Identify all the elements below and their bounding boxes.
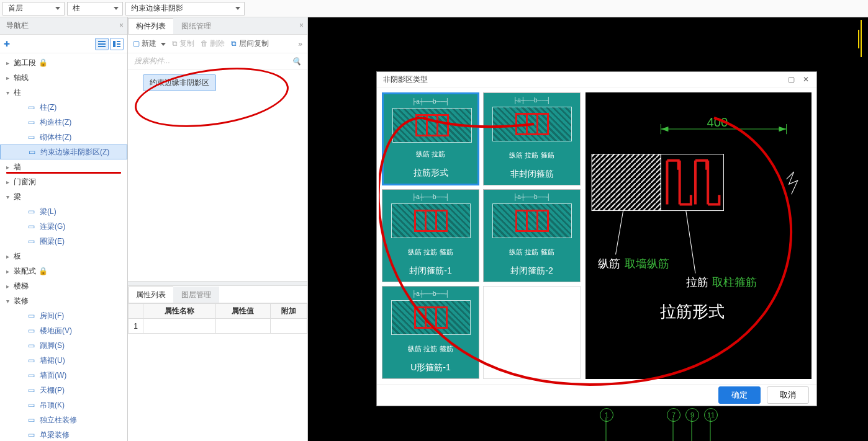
tree-child-label: 独立柱装修 — [40, 415, 77, 425]
type-thumbnail[interactable]: ├a┼──b──┤纵筋 拉筋 箍筋U形箍筋-1 — [382, 286, 479, 379]
tree-child[interactable]: ▭独立柱装修 — [0, 412, 127, 427]
ok-button[interactable]: 确定 — [718, 386, 761, 404]
new-button[interactable]: ▢ 新建 — [133, 38, 166, 49]
tree-child[interactable]: ▭墙面(W) — [0, 368, 127, 383]
component-item[interactable]: 约束边缘非阴影区 — [143, 74, 216, 91]
expand-icon: ▸ — [6, 283, 14, 290]
svg-marker-8 — [661, 127, 668, 131]
tree-node[interactable]: ▸装配式 🔒 — [0, 264, 127, 278]
tree-child-label: 墙裙(U) — [40, 355, 65, 366]
detail-view-toggle[interactable] — [110, 38, 124, 50]
tree-child[interactable]: ▭墙裙(U) — [0, 353, 127, 368]
close-icon[interactable]: × — [299, 21, 304, 30]
tree-node[interactable]: ▾装修 — [0, 293, 127, 308]
thumbnail-diagram — [492, 107, 572, 141]
element-icon: ▭ — [26, 370, 36, 380]
panel-splitter[interactable] — [128, 281, 307, 286]
tree-child[interactable]: ▭约束边缘非阴影区(Z) — [0, 145, 127, 159]
tree-child[interactable]: ▭楼地面(V) — [0, 323, 127, 338]
component-search[interactable]: 搜索构件... 🔍 — [128, 53, 307, 69]
tree-child[interactable]: ▭砌体柱(Z) — [0, 130, 127, 145]
tab-component-list[interactable]: 构件列表 — [128, 18, 174, 34]
component-body: 约束边缘非阴影区 — [128, 69, 307, 281]
close-icon[interactable]: × — [119, 21, 124, 30]
thumbnail-sublabel: 纵筋 拉筋 箍筋 — [484, 247, 580, 257]
svg-rect-0 — [113, 41, 115, 47]
expand-icon: ▸ — [6, 179, 14, 185]
category-dropdown-label: 柱 — [73, 3, 80, 14]
thumbnail-diagram — [391, 203, 471, 238]
dim-label: ├a┼──b──┤ — [382, 194, 479, 200]
tree-child[interactable]: ▭圈梁(E) — [0, 234, 127, 249]
tree-child-label: 墙面(W) — [40, 370, 66, 381]
tab-drawing-management[interactable]: 图纸管理 — [173, 18, 219, 34]
tree-child[interactable]: ▭构造柱(Z) — [0, 115, 127, 130]
tree-node-label: 柱 — [14, 87, 21, 98]
expand-icon: ▸ — [6, 268, 14, 275]
tree-node[interactable]: ▸墙 — [0, 159, 127, 174]
maximize-icon[interactable]: ▢ — [787, 75, 795, 84]
category-dropdown[interactable]: 柱 — [67, 2, 123, 16]
dialog-titlebar[interactable]: 非阴影区类型 ▢ ✕ — [377, 72, 816, 87]
thumbnail-title: 拉筋形式 — [414, 167, 448, 179]
tree-child[interactable]: ▭单梁装修 — [0, 427, 127, 441]
tree-child-label: 房间(F) — [40, 311, 64, 321]
annotation-circle — [131, 59, 292, 136]
list-view-toggle[interactable] — [95, 38, 109, 50]
svg-rect-11 — [592, 154, 661, 211]
type-preview: 400 纵筋 取墙纵筋 拉筋 取柱箍筋 拉筋形式 — [585, 92, 811, 379]
table-row[interactable]: 1 — [129, 319, 307, 334]
tree-node[interactable]: ▸门窗洞 — [0, 174, 127, 189]
cancel-button[interactable]: 取消 — [767, 386, 809, 404]
top-toolbar: 首层 柱 约束边缘非阴影 — [0, 0, 868, 17]
svg-text:纵筋: 纵筋 — [598, 257, 620, 270]
delete-icon: 🗑 — [201, 39, 208, 48]
element-icon: ▭ — [26, 117, 36, 127]
floor-dropdown[interactable]: 首层 — [2, 2, 65, 16]
element-icon: ▭ — [27, 147, 37, 157]
svg-text:取墙纵筋: 取墙纵筋 — [625, 257, 669, 270]
tree-child[interactable]: ▭连梁(G) — [0, 219, 127, 234]
type-thumbnail[interactable]: ├a┼──b──┤纵筋 拉筋 箍筋非封闭箍筋 — [483, 92, 581, 185]
svg-rect-12 — [661, 154, 723, 211]
more-icon[interactable]: » — [298, 40, 302, 48]
tree-node-label: 装修 — [14, 296, 29, 306]
tree-child[interactable]: ▭踢脚(S) — [0, 338, 127, 353]
type-thumbnail[interactable]: ├a┼──b──┤纵筋 拉筋 箍筋封闭箍筋-1 — [382, 189, 479, 282]
tree-node[interactable]: ▸轴线 — [0, 70, 127, 85]
tree-node[interactable]: ▸楼梯 — [0, 278, 127, 293]
tree-child[interactable]: ▭天棚(P) — [0, 383, 127, 398]
tree-node[interactable]: ▾梁 — [0, 189, 127, 204]
prop-extra-header: 附加 — [270, 304, 307, 319]
subtype-dropdown[interactable]: 约束边缘非阴影 — [125, 2, 245, 16]
tree-child[interactable]: ▭梁(L) — [0, 204, 127, 219]
tree-child-label: 连梁(G) — [40, 221, 65, 232]
type-thumbnail[interactable]: ├a┼──b──┤纵筋 拉筋 箍筋封闭箍筋-2 — [483, 189, 581, 282]
tree-node-label: 板 — [14, 251, 21, 262]
nav-tree: ▸施工段 🔒▸轴线▾柱▭柱(Z)▭构造柱(Z)▭砌体柱(Z)▭约束边缘非阴影区(… — [0, 53, 127, 441]
element-icon: ▭ — [26, 311, 36, 321]
thumbnail-title: 封闭箍筋-1 — [409, 265, 451, 277]
tree-child-label: 约束边缘非阴影区(Z) — [40, 147, 109, 158]
tree-node[interactable]: ▸板 — [0, 249, 127, 264]
tree-child[interactable]: ▭柱(Z) — [0, 100, 127, 115]
tree-child[interactable]: ▭吊顶(K) — [0, 398, 127, 412]
tree-child[interactable]: ▭房间(F) — [0, 308, 127, 323]
nav-title: 导航栏 — [6, 20, 29, 31]
tab-property-list[interactable]: 属性列表 — [128, 287, 174, 303]
tree-child-label: 天棚(P) — [40, 385, 65, 396]
element-icon: ▭ — [26, 355, 36, 365]
tree-node[interactable]: ▸施工段 🔒 — [0, 55, 127, 70]
component-toolbar: ▢ 新建 ⧉ 复制 🗑 删除 ⧉ 层间复制 » — [128, 35, 307, 53]
tab-layer-management[interactable]: 图层管理 — [173, 287, 219, 303]
nav-toolbar: ✚ — [0, 35, 127, 53]
new-icon: ▢ — [133, 39, 140, 48]
element-icon: ▭ — [26, 132, 36, 142]
tree-node[interactable]: ▾柱 — [0, 85, 127, 100]
layer-copy-button[interactable]: ⧉ 层间复制 — [231, 38, 268, 49]
tree-child-label: 吊顶(K) — [40, 400, 65, 411]
dim-label: ├a┼──b──┤ — [382, 290, 479, 297]
add-icon[interactable]: ✚ — [4, 40, 10, 48]
close-icon[interactable]: ✕ — [802, 75, 810, 84]
type-thumbnail[interactable]: ├a┼──b──┤纵筋 拉筋拉筋形式 — [382, 92, 479, 185]
